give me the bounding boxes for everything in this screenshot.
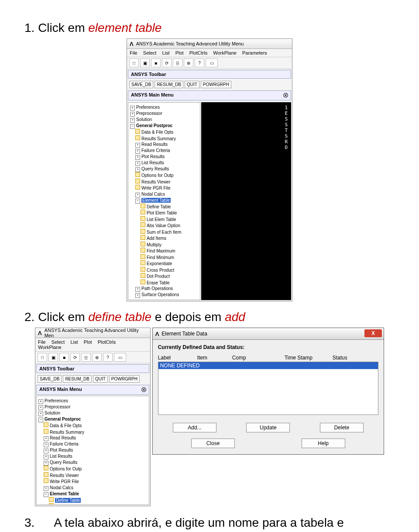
tree-results-viewer[interactable]: Results Viewer [141,180,171,184]
tree-surface-ops[interactable]: Surface Operations [141,292,179,297]
menu-parameters[interactable]: Parameters [242,50,267,55]
resum-db-button[interactable]: RESUM_DB [155,81,183,88]
tree-general-postproc[interactable]: General Postproc [45,417,81,421]
step2: 2. Click em define table e depois em add [24,310,395,324]
tree-erase-table[interactable]: Erase Table [147,280,170,285]
delete-button[interactable]: Delete [320,423,364,432]
tree-dot-product[interactable]: Dot Product [147,274,170,279]
zoom-icon[interactable]: ⊕ [184,59,193,67]
refresh-icon[interactable]: ⟳ [70,353,80,362]
powrgrph-button[interactable]: POWRGRPH [109,375,140,383]
tree-data-file-opts[interactable]: Data & File Opts [141,130,173,135]
tree-general-postproc[interactable]: General Postproc [136,123,172,128]
menu-plotctrls[interactable]: PlotCtrls [98,339,116,345]
tree-list-results[interactable]: List Results [50,454,72,459]
tree-query-results[interactable]: Query Results [141,166,169,171]
tree-sum-each[interactable]: Sum of Each Item [147,230,181,235]
tree-results-summary[interactable]: Results Summary [141,136,176,141]
close-button[interactable]: Close [191,439,235,448]
tree-path-ops[interactable]: Path Operations [141,286,173,291]
menu-plot[interactable]: Plot [84,339,92,345]
tree-define-table[interactable]: Define Table [147,204,171,209]
tree-read-results[interactable]: Read Results [141,142,168,147]
new-icon[interactable]: □ [38,353,47,362]
tree-abs-value[interactable]: Abs Value Option [147,223,180,228]
update-button[interactable]: Update [246,423,290,432]
print-icon[interactable]: ⌸ [173,59,182,67]
menu-list[interactable]: List [162,50,169,55]
tree-list-results[interactable]: List Results [141,160,164,165]
open-icon[interactable]: ▣ [48,353,58,362]
zoom-icon[interactable]: ⊕ [92,353,102,362]
close-icon[interactable]: X [364,329,382,337]
tree-preferences[interactable]: Preferences [45,398,68,403]
quit-button[interactable]: QUIT [93,375,108,383]
tree-plot-elem-table[interactable]: Plot Elem Table [147,211,177,215]
extra-icon[interactable]: ▭ [114,353,126,362]
tree-multiply[interactable]: Multiply [147,242,161,247]
save-db-button[interactable]: SAVE_DB [38,375,62,383]
dialog-list[interactable]: NONE DEFINED [158,362,378,415]
menu-select[interactable]: Select [52,339,65,345]
collapse-icon[interactable]: ⓧ [141,387,146,393]
menu-workplane[interactable]: WorkPlane [38,345,62,350]
tree-2[interactable]: ▪Preferences +Preprocessor +Solution −Ge… [36,396,149,505]
tree-data-file-opts[interactable]: Data & File Opts [50,423,82,428]
tree-preprocessor[interactable]: Preprocessor [45,404,70,409]
tree-write-pgr[interactable]: Write PGR File [141,186,171,190]
resum-db-button[interactable]: RESUM_DB [63,375,92,383]
menu-workplane[interactable]: WorkPlane [213,50,237,55]
tree-exponentiate[interactable]: Exponentiate [147,261,172,266]
tree-element-table[interactable]: Element Table [141,198,171,203]
tree[interactable]: ▪Preferences +Preprocessor +Solution −Ge… [128,102,200,300]
tree-plot-elem-table[interactable]: Plot Elem Table [55,504,85,505]
tree-find-max[interactable]: Find Maximum [147,249,175,253]
powrgrph-button[interactable]: POWRGRPH [201,81,231,88]
tree-options-outp[interactable]: Options for Outp [141,173,173,178]
tree-find-min[interactable]: Find Minimum [147,255,174,260]
tree-element-table[interactable]: Element Table [50,491,79,496]
tree-preferences[interactable]: Preferences [136,105,160,110]
tree-plot-results[interactable]: Plot Results [50,448,73,453]
print-icon[interactable]: ⌸ [81,353,91,362]
tree-results-viewer[interactable]: Results Viewer [50,473,79,478]
tree-read-results[interactable]: Read Results [50,435,76,440]
help-icon[interactable]: ? [195,59,204,67]
tree-define-table-sel[interactable]: Define Table [55,498,81,503]
tree-write-pgr[interactable]: Write PGR File [50,479,79,484]
collapse-icon[interactable]: ⓧ [283,92,288,99]
tree-query-results[interactable]: Query Results [50,460,77,465]
add-button[interactable]: Add... [173,423,216,432]
help-icon[interactable]: ? [103,353,113,362]
tree-list-elem-table[interactable]: List Elem Table [147,217,176,222]
tree-preprocessor[interactable]: Preprocessor [136,111,162,116]
menu-list[interactable]: List [70,339,78,345]
tree-add-items[interactable]: Add Items [147,236,166,241]
tree-results-summary[interactable]: Results Summary [50,430,84,435]
menu-plotctrls[interactable]: PlotCtrls [189,50,208,55]
tree-solution[interactable]: Solution [136,117,152,122]
open-icon[interactable]: ▣ [140,59,150,67]
tree-nodal-calcs[interactable]: Nodal Calcs [50,485,73,490]
canvas-line: S [205,133,288,139]
tree-cross-product[interactable]: Cross Product [147,268,174,273]
menu-file[interactable]: File [38,339,46,345]
tree-nodal-calcs[interactable]: Nodal Calcs [141,192,165,197]
new-icon[interactable]: □ [129,59,139,67]
tree-failure-criteria[interactable]: Failure Criteria [50,442,79,446]
help-button[interactable]: Help [302,439,345,448]
list-row-none[interactable]: NONE DEFINED [158,362,378,369]
quit-button[interactable]: QUIT [185,81,199,88]
extra-icon[interactable]: ▭ [206,59,218,67]
tree-plot-results[interactable]: Plot Results [141,154,165,159]
menu-select[interactable]: Select [143,50,157,55]
tree-failure-criteria[interactable]: Failure Criteria [141,148,170,153]
save-db-button[interactable]: SAVE_DB [129,81,153,88]
save-icon[interactable]: ■ [59,353,69,362]
tree-options-outp[interactable]: Options for Outp [50,466,82,471]
save-icon[interactable]: ■ [151,59,161,67]
refresh-icon[interactable]: ⟳ [162,59,172,67]
menu-plot[interactable]: Plot [175,50,184,55]
tree-solution[interactable]: Solution [45,411,60,415]
menu-file[interactable]: File [130,50,137,55]
